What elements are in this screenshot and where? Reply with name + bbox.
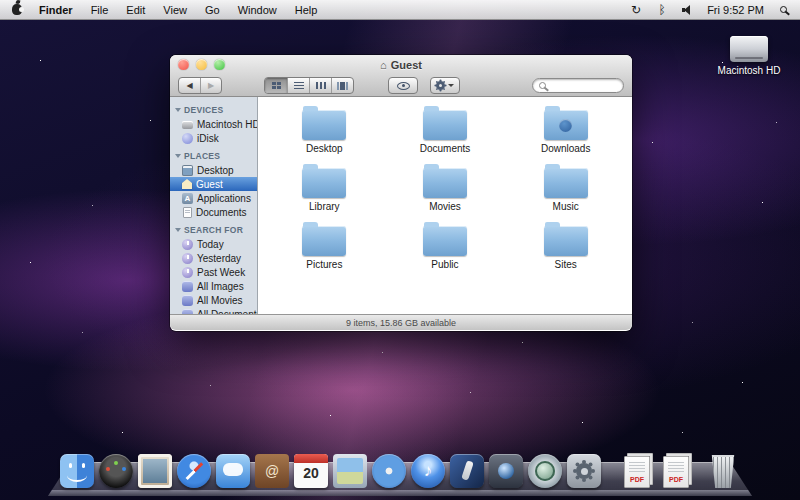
dock-ichat[interactable]	[216, 454, 251, 489]
desktop-volume-macintosh-hd[interactable]: Macintosh HD	[706, 36, 792, 76]
folder-icon	[544, 226, 588, 256]
preview-icon	[333, 454, 367, 488]
folder-public[interactable]: Public	[385, 221, 506, 270]
dock-dashboard[interactable]	[99, 454, 134, 489]
window-header[interactable]: ⌂ Guest ◀ ▶	[170, 55, 632, 97]
sidebar-item-applications[interactable]: Applications	[170, 191, 257, 205]
minimize-button[interactable]	[196, 59, 207, 70]
sidebar-item-label: Desktop	[197, 165, 234, 176]
menu-help[interactable]: Help	[286, 0, 327, 20]
sidebar-item-label: Applications	[197, 193, 251, 204]
sidebar-section-devices[interactable]: DEVICES	[170, 99, 257, 117]
sidebar-section-search-for[interactable]: SEARCH FOR	[170, 219, 257, 237]
clock-icon	[182, 267, 193, 278]
gear-icon	[436, 81, 445, 90]
column-view-button[interactable]	[309, 78, 331, 93]
folder-music[interactable]: Music	[505, 163, 626, 212]
sidebar-item-all-movies[interactable]: All Movies	[170, 293, 257, 307]
sidebar-item-all-images[interactable]: All Images	[170, 279, 257, 293]
volume-menu-icon[interactable]	[681, 0, 695, 20]
sidebar-item-label: iDisk	[197, 133, 219, 144]
dock-trash[interactable]	[706, 454, 741, 489]
sidebar-item-yesterday[interactable]: Yesterday	[170, 251, 257, 265]
dock-front-row[interactable]	[450, 454, 485, 489]
zoom-button[interactable]	[214, 59, 225, 70]
menu-go[interactable]: Go	[196, 0, 229, 20]
folder-library[interactable]: Library	[264, 163, 385, 212]
smart-folder-icon	[182, 281, 193, 292]
menu-edit[interactable]: Edit	[117, 0, 154, 20]
smart-folder-icon	[182, 309, 193, 315]
folder-pictures[interactable]: Pictures	[264, 221, 385, 270]
dock-system-preferences[interactable]	[567, 454, 602, 489]
quick-look-button[interactable]	[388, 77, 418, 94]
sidebar-item-idisk[interactable]: iDisk	[170, 131, 257, 145]
search-icon	[539, 82, 546, 89]
coverflow-view-button[interactable]	[331, 78, 353, 93]
bluetooth-menu-icon[interactable]: ᛒ	[655, 0, 669, 20]
back-button[interactable]: ◀	[179, 78, 200, 93]
folder-icon	[302, 168, 346, 198]
menu-window[interactable]: Window	[229, 0, 286, 20]
volume-label: Macintosh HD	[706, 65, 792, 76]
folder-icon	[423, 168, 467, 198]
sidebar: DEVICES Macintosh HD iDisk PLACES Deskto…	[170, 97, 258, 314]
folder-documents[interactable]: Documents	[385, 105, 506, 154]
dock-dvd-player[interactable]	[372, 454, 407, 489]
dock-preview[interactable]	[333, 454, 368, 489]
folder-desktop[interactable]: Desktop	[264, 105, 385, 154]
time-machine-menu-icon[interactable]: ↻	[629, 0, 643, 20]
dock-address-book[interactable]	[255, 454, 290, 489]
dock-pdf-stack-1[interactable]: PDF	[620, 454, 655, 489]
menu-view[interactable]: View	[154, 0, 196, 20]
dock-itunes[interactable]	[411, 454, 446, 489]
spotlight-icon[interactable]	[776, 0, 790, 20]
folder-sites[interactable]: Sites	[505, 221, 626, 270]
dock-ical[interactable]: 20	[294, 454, 329, 489]
dock-safari[interactable]	[177, 454, 212, 489]
folder-movies[interactable]: Movies	[385, 163, 506, 212]
icon-view-button[interactable]	[265, 78, 287, 93]
folder-label: Pictures	[264, 259, 385, 270]
sidebar-item-all-documents[interactable]: All Documents	[170, 307, 257, 314]
menu-clock[interactable]: Fri 9:52 PM	[707, 4, 764, 16]
time-machine-icon	[528, 454, 562, 488]
sidebar-item-label: All Movies	[197, 295, 243, 306]
apple-menu[interactable]	[6, 4, 30, 15]
ical-day-number: 20	[294, 465, 328, 481]
close-button[interactable]	[178, 59, 189, 70]
sidebar-item-macintosh-hd[interactable]: Macintosh HD	[170, 117, 257, 131]
folder-label: Movies	[385, 201, 506, 212]
finder-icon	[60, 454, 94, 488]
sidebar-item-past-week[interactable]: Past Week	[170, 265, 257, 279]
dock-pdf-stack-2[interactable]: PDF	[659, 454, 694, 489]
search-field[interactable]	[532, 78, 624, 93]
dock-icons: 20 PDF PDF	[0, 454, 800, 489]
menu-file[interactable]: File	[82, 0, 118, 20]
dock-mail[interactable]	[138, 454, 173, 489]
finder-window: ⌂ Guest ◀ ▶	[170, 55, 632, 331]
folder-icon	[302, 110, 346, 140]
folder-downloads[interactable]: Downloads	[505, 105, 626, 154]
smart-folder-icon	[182, 295, 193, 306]
sidebar-item-desktop[interactable]: Desktop	[170, 163, 257, 177]
folder-label: Desktop	[264, 143, 385, 154]
dock-photo-booth[interactable]	[489, 454, 524, 489]
sidebar-item-documents[interactable]: Documents	[170, 205, 257, 219]
dock-time-machine[interactable]	[528, 454, 563, 489]
action-button[interactable]	[430, 77, 460, 94]
menu-finder[interactable]: Finder	[30, 0, 82, 20]
dock-finder[interactable]	[60, 454, 95, 489]
idisk-icon	[182, 133, 193, 144]
forward-button[interactable]: ▶	[200, 78, 221, 93]
pdf-document-icon: PDF	[663, 456, 689, 488]
home-icon	[182, 183, 192, 189]
pdf-document-icon: PDF	[624, 456, 650, 488]
sidebar-item-today[interactable]: Today	[170, 237, 257, 251]
search-input[interactable]	[549, 80, 609, 91]
sidebar-section-places[interactable]: PLACES	[170, 145, 257, 163]
sidebar-item-label: Macintosh HD	[197, 119, 258, 130]
sidebar-item-guest[interactable]: Guest	[170, 177, 257, 191]
section-title: PLACES	[184, 151, 220, 161]
list-view-button[interactable]	[287, 78, 309, 93]
